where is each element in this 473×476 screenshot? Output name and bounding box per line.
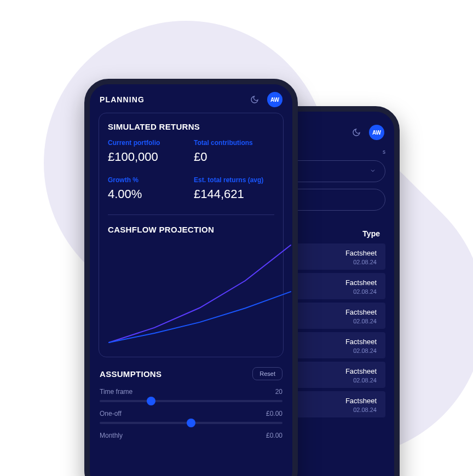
row-date: 02.08.24 [353, 407, 377, 413]
stat-growth-pct: Growth % 4.00% [108, 176, 188, 201]
row-type: Factsheet [345, 278, 377, 287]
phone-front: PLANNING AW SIMULATED RETURNS Current po… [84, 79, 298, 476]
row-date: 02.08.24 [353, 377, 377, 384]
simulated-returns-panel: SIMULATED RETURNS Current portfolio £100… [99, 113, 284, 357]
appbar-front: PLANNING AW [90, 84, 292, 113]
simulated-returns-title: SIMULATED RETURNS [108, 122, 274, 131]
assumptions-section: ASSUMPTIONS Reset Time frame 20 One-off … [99, 357, 284, 446]
moon-icon[interactable] [351, 127, 361, 137]
slider-track[interactable] [100, 422, 282, 424]
stats-grid: Current portfolio £100,000 Total contrib… [108, 139, 274, 201]
slider-track[interactable] [100, 400, 282, 402]
reset-button[interactable]: Reset [252, 367, 282, 380]
slider-label: Monthly [100, 432, 123, 439]
page-title: PLANNING [100, 95, 145, 104]
stat-label: Total contributions [194, 139, 274, 147]
stat-value: 4.00% [108, 187, 188, 201]
slider-value: £0.00 [266, 432, 282, 439]
chevron-down-icon [370, 166, 376, 176]
stat-label: Growth % [108, 176, 188, 184]
divider [108, 214, 274, 215]
row-type: Factsheet [345, 367, 377, 375]
canvas: AW s Type Factsheet02.08.24Factsheet02.0… [0, 0, 473, 476]
chart-series-avg [109, 292, 291, 343]
stat-value: £100,000 [108, 150, 188, 164]
col-type-header: Type [362, 229, 380, 238]
avatar-back[interactable]: AW [369, 125, 384, 140]
stat-total-contributions: Total contributions £0 [194, 139, 274, 164]
slider-label: Time frame [100, 388, 132, 396]
slider-label: One-off [100, 410, 122, 417]
assumptions-title: ASSUMPTIONS [100, 369, 161, 379]
slider-value: £0.00 [266, 410, 282, 417]
cashflow-title: CASHFLOW PROJECTION [108, 225, 274, 234]
slider-thumb[interactable] [187, 419, 195, 427]
slider-thumb[interactable] [147, 397, 155, 405]
stat-value: £0 [194, 150, 274, 164]
avatar-front[interactable]: AW [267, 92, 282, 107]
row-date: 02.08.24 [353, 347, 377, 354]
slider-one-off[interactable]: One-off £0.00 [100, 410, 282, 424]
row-type: Factsheet [345, 308, 377, 316]
slider-monthly[interactable]: Monthly £0.00 [100, 432, 282, 439]
slider-value: 20 [275, 388, 282, 396]
row-type: Factsheet [345, 338, 377, 346]
stat-current-portfolio: Current portfolio £100,000 [108, 139, 188, 164]
chart-series-high [109, 245, 291, 343]
row-date: 02.08.24 [353, 318, 377, 324]
row-type: Factsheet [345, 397, 377, 405]
stat-label: Est. total returns (avg) [194, 176, 274, 184]
cashflow-chart [108, 242, 274, 348]
stat-est-total-returns: Est. total returns (avg) £144,621 [194, 176, 274, 201]
row-date: 02.08.24 [353, 259, 377, 265]
row-date: 02.08.24 [353, 288, 377, 295]
stat-value: £144,621 [194, 187, 274, 201]
row-type: Factsheet [345, 249, 377, 257]
slider-time-frame[interactable]: Time frame 20 [100, 388, 282, 402]
moon-icon[interactable] [250, 95, 259, 105]
stat-label: Current portfolio [108, 139, 188, 147]
